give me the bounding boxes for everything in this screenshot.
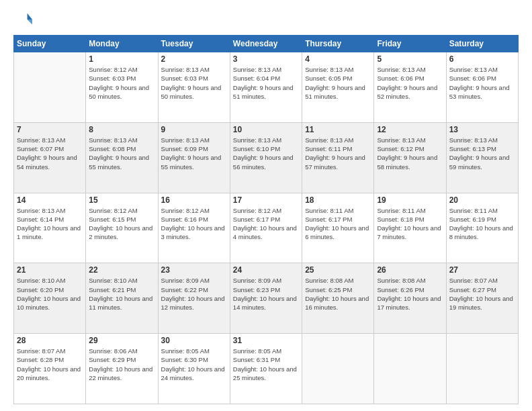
svg-marker-1 <box>28 19 32 24</box>
calendar-cell: 18Sunrise: 8:11 AMSunset: 6:17 PMDayligh… <box>302 193 374 263</box>
day-info: Sunrise: 8:13 AMSunset: 6:14 PMDaylight:… <box>17 206 83 242</box>
calendar-cell: 14Sunrise: 8:13 AMSunset: 6:14 PMDayligh… <box>14 193 86 263</box>
day-number: 31 <box>233 336 299 345</box>
day-number: 8 <box>89 125 154 134</box>
calendar-cell: 10Sunrise: 8:13 AMSunset: 6:10 PMDayligh… <box>230 122 302 193</box>
calendar-cell: 11Sunrise: 8:13 AMSunset: 6:11 PMDayligh… <box>302 122 374 193</box>
calendar-week-row: 7Sunrise: 8:13 AMSunset: 6:07 PMDaylight… <box>14 122 519 193</box>
day-number: 6 <box>449 54 515 64</box>
calendar-cell: 27Sunrise: 8:07 AMSunset: 6:27 PMDayligh… <box>446 263 518 334</box>
day-number: 2 <box>161 54 227 64</box>
day-header-tuesday: Tuesday <box>158 36 230 52</box>
day-number: 23 <box>161 265 227 275</box>
calendar-cell: 26Sunrise: 8:08 AMSunset: 6:26 PMDayligh… <box>374 263 446 334</box>
day-number: 7 <box>17 125 83 134</box>
day-header-wednesday: Wednesday <box>230 36 302 52</box>
day-info: Sunrise: 8:07 AMSunset: 6:28 PMDaylight:… <box>17 347 83 382</box>
day-number: 1 <box>89 54 154 64</box>
day-info: Sunrise: 8:13 AMSunset: 6:06 PMDaylight:… <box>377 65 443 101</box>
day-info: Sunrise: 8:09 AMSunset: 6:23 PMDaylight:… <box>233 276 299 312</box>
day-info: Sunrise: 8:13 AMSunset: 6:05 PMDaylight:… <box>305 65 371 101</box>
day-number: 19 <box>377 195 443 205</box>
calendar-cell: 29Sunrise: 8:06 AMSunset: 6:29 PMDayligh… <box>86 334 158 404</box>
logo-icon <box>13 11 32 30</box>
day-number: 27 <box>449 265 515 275</box>
day-info: Sunrise: 8:10 AMSunset: 6:20 PMDaylight:… <box>17 276 83 312</box>
day-info: Sunrise: 8:08 AMSunset: 6:26 PMDaylight:… <box>377 276 443 312</box>
day-number: 9 <box>161 125 227 134</box>
calendar-cell: 17Sunrise: 8:12 AMSunset: 6:17 PMDayligh… <box>230 193 302 263</box>
day-info: Sunrise: 8:05 AMSunset: 6:31 PMDaylight:… <box>233 347 299 382</box>
day-info: Sunrise: 8:13 AMSunset: 6:04 PMDaylight:… <box>233 65 299 101</box>
day-info: Sunrise: 8:11 AMSunset: 6:18 PMDaylight:… <box>377 206 443 242</box>
day-info: Sunrise: 8:13 AMSunset: 6:11 PMDaylight:… <box>305 136 371 171</box>
day-number: 4 <box>305 54 371 64</box>
calendar-cell: 6Sunrise: 8:13 AMSunset: 6:06 PMDaylight… <box>446 52 518 123</box>
day-number: 22 <box>89 265 154 275</box>
day-info: Sunrise: 8:12 AMSunset: 6:03 PMDaylight:… <box>89 65 154 101</box>
day-number: 5 <box>377 54 443 64</box>
day-info: Sunrise: 8:13 AMSunset: 6:07 PMDaylight:… <box>17 136 83 171</box>
day-header-thursday: Thursday <box>302 36 374 52</box>
calendar-cell <box>302 334 374 404</box>
day-info: Sunrise: 8:10 AMSunset: 6:21 PMDaylight:… <box>89 276 154 312</box>
day-info: Sunrise: 8:09 AMSunset: 6:22 PMDaylight:… <box>161 276 227 312</box>
calendar-cell: 16Sunrise: 8:12 AMSunset: 6:16 PMDayligh… <box>158 193 230 263</box>
day-info: Sunrise: 8:12 AMSunset: 6:17 PMDaylight:… <box>233 206 299 242</box>
day-info: Sunrise: 8:07 AMSunset: 6:27 PMDaylight:… <box>449 276 515 312</box>
svg-marker-0 <box>28 13 32 19</box>
calendar-table: SundayMondayTuesdayWednesdayThursdayFrid… <box>13 35 519 404</box>
logo <box>13 11 35 30</box>
calendar-cell: 4Sunrise: 8:13 AMSunset: 6:05 PMDaylight… <box>302 52 374 123</box>
day-number: 18 <box>305 195 371 205</box>
day-number: 14 <box>17 195 83 205</box>
calendar-cell: 28Sunrise: 8:07 AMSunset: 6:28 PMDayligh… <box>14 334 86 404</box>
calendar-cell <box>374 334 446 404</box>
calendar-cell: 30Sunrise: 8:05 AMSunset: 6:30 PMDayligh… <box>158 334 230 404</box>
calendar-cell: 15Sunrise: 8:12 AMSunset: 6:15 PMDayligh… <box>86 193 158 263</box>
day-header-sunday: Sunday <box>14 36 86 52</box>
day-number: 26 <box>377 265 443 275</box>
day-number: 17 <box>233 195 299 205</box>
calendar-week-row: 14Sunrise: 8:13 AMSunset: 6:14 PMDayligh… <box>14 193 519 263</box>
day-number: 12 <box>377 125 443 134</box>
day-number: 11 <box>305 125 371 134</box>
day-number: 29 <box>89 336 154 345</box>
calendar-week-row: 21Sunrise: 8:10 AMSunset: 6:20 PMDayligh… <box>14 263 519 334</box>
day-info: Sunrise: 8:11 AMSunset: 6:19 PMDaylight:… <box>449 206 515 242</box>
calendar-cell: 13Sunrise: 8:13 AMSunset: 6:13 PMDayligh… <box>446 122 518 193</box>
day-header-saturday: Saturday <box>446 36 518 52</box>
day-info: Sunrise: 8:12 AMSunset: 6:16 PMDaylight:… <box>161 206 227 242</box>
day-number: 25 <box>305 265 371 275</box>
day-info: Sunrise: 8:06 AMSunset: 6:29 PMDaylight:… <box>89 347 154 382</box>
calendar-cell <box>14 52 86 123</box>
day-info: Sunrise: 8:13 AMSunset: 6:10 PMDaylight:… <box>233 136 299 171</box>
day-info: Sunrise: 8:11 AMSunset: 6:17 PMDaylight:… <box>305 206 371 242</box>
day-info: Sunrise: 8:12 AMSunset: 6:15 PMDaylight:… <box>89 206 154 242</box>
calendar-cell: 1Sunrise: 8:12 AMSunset: 6:03 PMDaylight… <box>86 52 158 123</box>
calendar-cell: 9Sunrise: 8:13 AMSunset: 6:09 PMDaylight… <box>158 122 230 193</box>
calendar-week-row: 28Sunrise: 8:07 AMSunset: 6:28 PMDayligh… <box>14 334 519 404</box>
page: SundayMondayTuesdayWednesdayThursdayFrid… <box>0 0 532 411</box>
calendar-cell: 22Sunrise: 8:10 AMSunset: 6:21 PMDayligh… <box>86 263 158 334</box>
day-number: 21 <box>17 265 83 275</box>
calendar-cell: 25Sunrise: 8:08 AMSunset: 6:25 PMDayligh… <box>302 263 374 334</box>
day-info: Sunrise: 8:13 AMSunset: 6:13 PMDaylight:… <box>449 136 515 171</box>
calendar-cell: 5Sunrise: 8:13 AMSunset: 6:06 PMDaylight… <box>374 52 446 123</box>
calendar-cell: 23Sunrise: 8:09 AMSunset: 6:22 PMDayligh… <box>158 263 230 334</box>
day-number: 10 <box>233 125 299 134</box>
day-header-monday: Monday <box>86 36 158 52</box>
calendar-cell: 24Sunrise: 8:09 AMSunset: 6:23 PMDayligh… <box>230 263 302 334</box>
calendar-cell: 20Sunrise: 8:11 AMSunset: 6:19 PMDayligh… <box>446 193 518 263</box>
day-number: 30 <box>161 336 227 345</box>
calendar-cell: 19Sunrise: 8:11 AMSunset: 6:18 PMDayligh… <box>374 193 446 263</box>
calendar-week-row: 1Sunrise: 8:12 AMSunset: 6:03 PMDaylight… <box>14 52 519 123</box>
calendar-cell: 12Sunrise: 8:13 AMSunset: 6:12 PMDayligh… <box>374 122 446 193</box>
day-info: Sunrise: 8:08 AMSunset: 6:25 PMDaylight:… <box>305 276 371 312</box>
day-header-friday: Friday <box>374 36 446 52</box>
calendar-cell: 2Sunrise: 8:13 AMSunset: 6:03 PMDaylight… <box>158 52 230 123</box>
day-number: 13 <box>449 125 515 134</box>
day-number: 3 <box>233 54 299 64</box>
day-number: 15 <box>89 195 154 205</box>
day-number: 28 <box>17 336 83 345</box>
